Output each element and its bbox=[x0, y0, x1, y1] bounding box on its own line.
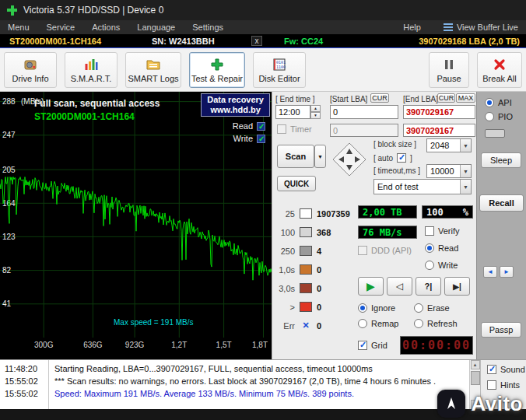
sleep-button[interactable]: Sleep bbox=[481, 152, 521, 168]
write-radio-group[interactable]: Write bbox=[425, 261, 458, 270]
log-time: 15:55:02 bbox=[0, 375, 48, 387]
menu-item-settings[interactable]: Settings bbox=[184, 23, 232, 32]
spin-down-icon[interactable] bbox=[310, 112, 321, 119]
erase-radio-group[interactable]: Erase bbox=[414, 303, 450, 313]
end-time-input[interactable] bbox=[275, 105, 310, 119]
api-radio[interactable] bbox=[485, 98, 494, 107]
ddd-checkbox-group[interactable]: DDD (API) bbox=[358, 246, 412, 255]
break-all-button[interactable]: Break All bbox=[477, 52, 522, 88]
sound-checkbox[interactable] bbox=[487, 365, 496, 374]
smart-button[interactable]: S.M.A.R.T. bbox=[65, 52, 117, 88]
start-test-button[interactable] bbox=[358, 277, 384, 296]
refresh-radio[interactable] bbox=[414, 319, 423, 328]
position-pad[interactable] bbox=[331, 142, 367, 177]
recall-button[interactable]: Recall bbox=[479, 194, 524, 212]
scroll-up-icon[interactable] bbox=[471, 360, 480, 369]
ddd-checkbox[interactable] bbox=[358, 246, 367, 255]
pio-radio[interactable] bbox=[485, 112, 494, 121]
graph-legend: Read Write bbox=[233, 121, 265, 143]
menu-item-language[interactable]: Language bbox=[128, 23, 184, 32]
erase-label: Erase bbox=[427, 303, 450, 313]
pause-icon bbox=[441, 57, 457, 72]
menu-item-menu[interactable]: Menu bbox=[6, 23, 38, 32]
find-defect-button[interactable] bbox=[416, 277, 441, 296]
view-buffer-live[interactable]: View Buffer Live bbox=[444, 23, 520, 32]
green-cross-icon bbox=[209, 57, 225, 72]
scrollbar-thumb[interactable] bbox=[471, 371, 480, 385]
end-time-spinner[interactable] bbox=[310, 105, 321, 119]
nav-left-button[interactable] bbox=[483, 266, 497, 278]
menu-item-help[interactable]: Help bbox=[394, 23, 430, 32]
drive-firmware: Fw: CC24 bbox=[284, 37, 323, 46]
pause-label: Pause bbox=[437, 74, 461, 83]
dropdown-arrow-icon[interactable] bbox=[460, 180, 471, 194]
timer-checkbox-group[interactable]: Timer bbox=[277, 124, 312, 134]
auto-block-size-group[interactable]: [ auto] bbox=[373, 153, 412, 163]
hints-checkbox-group[interactable]: Hints bbox=[487, 380, 520, 390]
start-lba-cur-button[interactable]: CUR bbox=[370, 93, 389, 103]
disk-editor-button[interactable]: 01011100 Disk Editor bbox=[253, 52, 306, 88]
log-table[interactable]: 11:48:20Starting Reading, LBA=0...390702… bbox=[0, 360, 469, 409]
toolbar: Drive Info S.M.A.R.T. SMART Logs Test & … bbox=[0, 48, 526, 92]
pause-button[interactable]: Pause bbox=[429, 52, 469, 88]
banner-line1: Data recovery bbox=[207, 95, 264, 105]
write-label: Write bbox=[438, 261, 458, 270]
erase-radio[interactable] bbox=[414, 303, 423, 313]
stat-count: 4 bbox=[317, 247, 321, 256]
timer-checkbox[interactable] bbox=[277, 124, 286, 134]
drive-info-bar: ST2000DM001-1CH164 SN: W2413BBH x Fw: CC… bbox=[0, 34, 526, 48]
data-recovery-banner: Data recovery www.hdd.by bbox=[201, 93, 270, 117]
close-drive-tab-button[interactable]: x bbox=[251, 36, 262, 46]
passp-button[interactable]: Passp bbox=[481, 322, 521, 338]
test-repair-button[interactable]: Test & Repair bbox=[189, 52, 245, 88]
refresh-radio-group[interactable]: Refresh bbox=[414, 319, 458, 328]
verify-checkbox[interactable] bbox=[425, 226, 434, 236]
spin-up-icon[interactable] bbox=[310, 105, 321, 112]
grid-checkbox[interactable] bbox=[358, 341, 367, 350]
end-of-test-select[interactable]: End of test bbox=[373, 179, 472, 194]
skip-to-end-button[interactable] bbox=[444, 277, 470, 296]
timeout-select[interactable]: 10000 bbox=[426, 164, 472, 178]
dropdown-arrow-icon[interactable] bbox=[460, 139, 471, 152]
nav-right-button[interactable] bbox=[500, 266, 514, 278]
end-lba-input[interactable] bbox=[403, 105, 475, 119]
end-time-label: [ End time ] bbox=[275, 95, 315, 103]
end-lba-max-button[interactable]: MAX bbox=[456, 93, 475, 103]
sound-checkbox-group[interactable]: Sound bbox=[487, 365, 525, 374]
timer-input[interactable] bbox=[330, 124, 398, 137]
api-radio-group[interactable]: API bbox=[485, 98, 512, 107]
scan-dropdown-button[interactable]: ▼ bbox=[314, 145, 326, 168]
read-radio-group[interactable]: Read bbox=[425, 243, 458, 253]
read-radio[interactable] bbox=[425, 243, 434, 253]
hints-checkbox[interactable] bbox=[487, 380, 496, 390]
ignore-radio[interactable] bbox=[358, 303, 367, 313]
remap-radio-group[interactable]: Remap bbox=[358, 319, 398, 328]
graph-drive-model: ST2000DM001-1CH164 bbox=[34, 111, 135, 122]
quick-button[interactable]: QUICK bbox=[277, 176, 316, 191]
pio-radio-group[interactable]: PIO bbox=[485, 112, 513, 121]
end-lba-cur-button[interactable]: CUR bbox=[437, 93, 455, 103]
menu-item-service[interactable]: Service bbox=[38, 23, 84, 32]
legend-write-checkbox[interactable] bbox=[257, 135, 265, 143]
auto-checkbox[interactable] bbox=[397, 153, 406, 163]
verify-checkbox-group[interactable]: Verify bbox=[425, 226, 460, 236]
scan-button[interactable]: Scan bbox=[277, 145, 314, 168]
dropdown-arrow-icon[interactable] bbox=[460, 165, 471, 177]
ignore-radio-group[interactable]: Ignore bbox=[358, 303, 395, 313]
write-radio[interactable] bbox=[425, 261, 434, 270]
end-lba-input-2[interactable] bbox=[403, 124, 475, 137]
remap-radio[interactable] bbox=[358, 319, 367, 328]
block-size-select[interactable]: 2048 bbox=[426, 138, 472, 152]
menu-item-actions[interactable]: Actions bbox=[83, 23, 128, 32]
speed-lcd: 76 MB/s bbox=[358, 226, 417, 239]
svg-text:923G: 923G bbox=[125, 341, 145, 349]
drive-model[interactable]: ST2000DM001-1CH164 bbox=[0, 37, 152, 46]
start-lba-input[interactable] bbox=[330, 105, 398, 119]
drive-info-button[interactable]: Drive Info bbox=[4, 52, 57, 88]
grid-checkbox-group[interactable]: Grid bbox=[358, 341, 387, 350]
legend-read-checkbox[interactable] bbox=[257, 122, 265, 131]
timer-label: Timer bbox=[290, 124, 312, 134]
step-back-button[interactable] bbox=[387, 277, 412, 296]
smart-logs-button[interactable]: SMART Logs bbox=[125, 52, 181, 88]
stat-label: > bbox=[274, 303, 295, 312]
